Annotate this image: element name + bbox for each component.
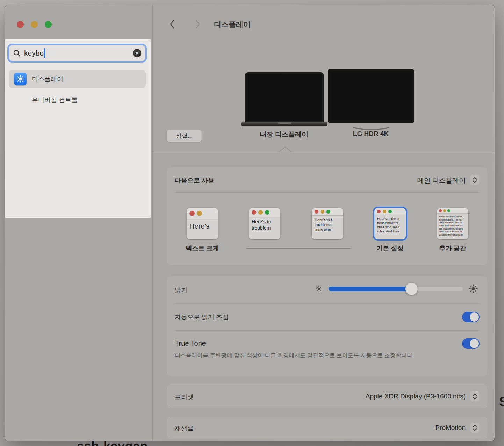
search-icon [13, 49, 21, 57]
built-in-display-thumbnail[interactable] [245, 72, 324, 122]
scale-preview-text: Here's [187, 219, 218, 231]
sidebar: keybo ✕ 디스플레이 [5, 5, 153, 441]
resolution-card: 다음으로 사용 메인 디스플레이 Here's Here's to troubl… [167, 167, 487, 265]
refresh-rate-dropdown[interactable] [470, 422, 480, 433]
preset-card: 프리셋 Apple XDR Display (P3-1600 nits) [167, 384, 487, 408]
scale-preview-text: Here's to troublem [249, 217, 280, 231]
refresh-rate-card: 재생률 ProMotion [167, 417, 487, 439]
preset-value: Apple XDR Display (P3-1600 nits) [366, 393, 466, 400]
scale-preview-text: Here's to the crazy one troublemakers. T… [437, 214, 468, 236]
brightness-bright-icon [468, 284, 478, 294]
scale-track-line [246, 248, 350, 249]
display-brightness-icon [14, 73, 27, 85]
search-query-text: keybo [24, 49, 44, 57]
use-as-value: 메인 디스플레이 [417, 176, 466, 185]
refresh-rate-label: 재생률 [175, 424, 194, 433]
true-tone-description: 디스플레이를 주변광에 맞춰 색상이 다른 환경에서도 일관적으로 보이도록 자… [175, 351, 433, 360]
traffic-red-icon [439, 209, 442, 212]
scale-option-larger-text[interactable]: Here's [187, 208, 218, 239]
sidebar-item-universal-control[interactable]: 유니버설 컨트롤 [9, 93, 146, 107]
desktop-edge-text: S [499, 395, 504, 409]
brightness-slider-fill [329, 287, 411, 291]
search-input[interactable]: keybo ✕ [7, 44, 147, 63]
back-button[interactable] [168, 19, 176, 29]
monitor-stand [350, 118, 393, 130]
brightness-slider-thumb[interactable] [405, 283, 418, 295]
display-name-built-in: 내장 디스플레이 [242, 130, 326, 139]
traffic-red-icon [315, 210, 318, 214]
scale-label-default: 기본 설정 [364, 244, 416, 252]
page-title: 디스플레이 [214, 20, 251, 29]
chevron-up-icon [473, 393, 477, 396]
preset-label: 프리셋 [175, 393, 194, 401]
brightness-slider[interactable] [329, 287, 463, 291]
traffic-yellow-icon [383, 210, 386, 213]
system-settings-window: keybo ✕ 디스플레이 [5, 5, 495, 441]
preset-dropdown[interactable] [470, 391, 480, 402]
traffic-green-icon [326, 210, 330, 214]
scale-label-larger-text: 텍스트 크게 [176, 244, 229, 252]
traffic-red-icon [252, 210, 256, 215]
refresh-rate-value: ProMotion [435, 424, 466, 432]
external-display-thumbnail[interactable] [328, 69, 414, 123]
display-name-lg: LG HDR 4K [329, 130, 413, 138]
traffic-yellow-icon [321, 210, 324, 214]
scale-option-default[interactable]: Here's to the cr troublemakers. ones who… [374, 208, 406, 239]
brightness-card: 밝기 자동으로 밝기 조절 [167, 276, 487, 376]
chevron-down-icon [473, 397, 477, 400]
sidebar-item-label: 유니버설 컨트롤 [32, 96, 78, 104]
true-tone-label: True Tone [175, 339, 206, 347]
traffic-yellow-icon [258, 210, 263, 215]
auto-brightness-label: 자동으로 밝기 조절 [175, 313, 229, 321]
use-as-dropdown[interactable] [470, 174, 480, 185]
traffic-yellow-icon [197, 211, 202, 216]
forward-button[interactable] [194, 19, 201, 29]
scale-option-3[interactable]: Here's to t troublema ones who [312, 208, 343, 239]
arrange-button[interactable]: 정렬... [167, 130, 202, 142]
sidebar-item-display[interactable]: 디스플레이 [9, 70, 146, 88]
scale-option-more-space[interactable]: Here's to the crazy one troublemakers. T… [437, 208, 468, 239]
text-cursor [44, 48, 45, 58]
use-as-label: 다음으로 사용 [175, 176, 214, 185]
section-divider [153, 152, 495, 152]
chevron-up-icon [473, 425, 477, 427]
chevron-down-icon [473, 428, 477, 431]
laptop-notch [280, 72, 289, 74]
brightness-dim-icon [315, 285, 323, 293]
traffic-green-icon [447, 209, 450, 212]
auto-brightness-toggle[interactable] [462, 312, 480, 322]
laptop-base [241, 122, 327, 126]
sidebar-item-label: 디스플레이 [32, 75, 63, 83]
traffic-yellow-icon [443, 209, 446, 212]
true-tone-toggle[interactable] [462, 338, 480, 349]
chevron-down-icon [473, 180, 477, 183]
chevron-up-icon [473, 177, 477, 180]
scale-label-more-space: 추가 공간 [426, 244, 479, 252]
scale-preview-text: Here's to the cr troublemakers. ones who… [374, 215, 406, 234]
search-results-panel: keybo ✕ 디스플레이 [5, 39, 151, 218]
traffic-green-icon [265, 210, 269, 215]
traffic-green-icon [388, 210, 392, 213]
brightness-label: 밝기 [175, 286, 187, 294]
clear-search-icon[interactable]: ✕ [133, 49, 141, 57]
traffic-red-icon [189, 211, 195, 216]
scale-preview-text: Here's to t troublema ones who [312, 216, 343, 232]
scale-option-2[interactable]: Here's to troublem [249, 208, 280, 239]
traffic-red-icon [377, 210, 381, 213]
